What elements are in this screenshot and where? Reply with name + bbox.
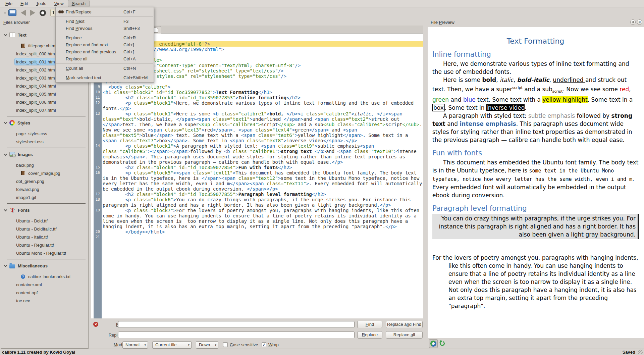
menubar-item-file[interactable]: File: [1, 0, 16, 7]
line-number: 11: [94, 95, 102, 100]
code-segment: followed by: [190, 149, 224, 154]
menu-item-mark-selected-text[interactable]: Mark selected textCtrl+Shift+M: [56, 74, 154, 81]
code-line-17[interactable]: 17 <h2 class="block4" id="id_Toc35907785…: [94, 192, 423, 197]
file-item-ubuntu-bold-ttf[interactable]: Ubuntu - Bold.ttf: [1, 217, 88, 225]
menubar-item-tools[interactable]: Tools: [32, 0, 50, 7]
code-segment: [154, 90, 156, 95]
menu-item-label: Count all: [66, 65, 83, 72]
line-number: 21: [94, 235, 102, 240]
menu-item-find-replace[interactable]: Find/ReplaceCtrl+F: [56, 8, 154, 15]
wrap-checkbox[interactable]: ✓: [262, 342, 266, 347]
code-line-9[interactable]: 9 <body class="calibre">: [94, 84, 423, 90]
mode-select[interactable]: Normal ▾: [122, 341, 148, 349]
file-item-calibre-bookmarks-txt[interactable]: ?calibre_bookmarks.txt: [1, 272, 88, 281]
code-segment: <body: [108, 84, 125, 90]
code-line-11[interactable]: 11 <h2 class="block4" id="id_Toc35907785…: [94, 95, 423, 100]
forward-arrow-icon[interactable]: [30, 10, 35, 16]
find-button[interactable]: Find: [357, 321, 382, 328]
code-segment: >: [173, 111, 176, 116]
preview-text-mono: some text in the Ubuntu Mono typeface, n…: [432, 168, 632, 182]
chevron-expanded-icon[interactable]: [4, 152, 7, 156]
code-line-13[interactable]: 13 <p class="block1">Here is some <b cla…: [94, 111, 423, 143]
section-header-misc[interactable]: Miscellaneous: [1, 262, 88, 270]
file-item-page-styles-css[interactable]: page_styles.css: [1, 130, 88, 138]
file-item-stylesheet-css[interactable]: stylesheet.css: [1, 138, 88, 146]
code-line-16[interactable]: 16 <p class="block5"><span class="text11…: [94, 170, 423, 192]
file-item-ubuntu-mono-regular-ttf[interactable]: Ubuntu Mono - Regular.ttf: [1, 249, 88, 257]
replace-button[interactable]: Replace: [357, 331, 382, 339]
donut-icon[interactable]: [40, 10, 46, 16]
file-item-label: Ubuntu - Bold.ttf: [16, 218, 48, 223]
file-item-image1-gif[interactable]: image1.gif: [1, 193, 88, 201]
case-sensitive-checkbox[interactable]: [223, 342, 228, 347]
close-find-icon[interactable]: ✕: [93, 322, 98, 327]
section-header-images[interactable]: Images: [1, 150, 88, 158]
file-item-cover-image-jpg[interactable]: cover_image.jpg: [1, 169, 88, 177]
menu-item-find-previous[interactable]: Find PreviousShift+F3: [56, 25, 154, 32]
file-item-back-png[interactable]: back.png: [1, 161, 88, 169]
code-segment: </i>: [377, 111, 388, 116]
menubar-item-view[interactable]: View: [50, 0, 68, 7]
code-line-10[interactable]: 10<h1 class="block3" id="id_Toc359077852…: [94, 90, 423, 95]
sync-preview-button[interactable]: [429, 339, 438, 348]
file-item-index-split-006-html[interactable]: index_split_006.html: [1, 98, 88, 106]
chevron-expanded-icon[interactable]: [4, 208, 7, 211]
code-line-21[interactable]: 21: [94, 235, 423, 240]
scope-select[interactable]: Current file ▾: [152, 341, 192, 349]
code-segment: italic,: [354, 111, 377, 116]
close-panel-icon[interactable]: ✕: [637, 19, 642, 25]
code-line-14[interactable]: 14 <p class="block1">A paragraph with st…: [94, 143, 423, 165]
replace-and-find-button[interactable]: Replace and Find: [386, 321, 423, 328]
chevron-expanded-icon[interactable]: [4, 33, 7, 36]
float-panel-icon[interactable]: [630, 19, 636, 25]
menu-item-replace-all[interactable]: Replace allCtrl+A: [56, 55, 154, 62]
book-icon[interactable]: [8, 9, 16, 16]
back-arrow-icon[interactable]: [21, 10, 26, 16]
section-header-styles[interactable]: Styles: [1, 119, 88, 127]
file-item-label: Ubuntu Mono - Regular.ttf: [16, 251, 66, 256]
find-input[interactable]: [118, 321, 355, 328]
file-item-index-split-005-html[interactable]: index_split_005.html: [1, 90, 88, 98]
menu-item-replace-and-find-next[interactable]: Replace and find nextCtrl+]: [56, 41, 154, 48]
resize-grip[interactable]: [638, 350, 643, 354]
menubar-item-search[interactable]: Search: [68, 0, 90, 7]
code-segment: >: [258, 122, 261, 127]
file-item-ubuntu-italic-ttf[interactable]: Ubuntu - Italic.ttf: [1, 233, 88, 241]
file-item-ubuntu-regular-ttf[interactable]: Ubuntu - Regular.ttf: [1, 241, 88, 249]
replace-input[interactable]: [118, 332, 355, 338]
code-segment: >: [235, 95, 238, 100]
code-line-18[interactable]: 18 <p class="block6">You can do crazy th…: [94, 197, 423, 208]
section-label: Styles: [17, 120, 30, 125]
code-line-19[interactable]: 19 <p class="block7">For the lovers of p…: [94, 208, 423, 229]
file-item-label: image1.gif: [16, 195, 36, 200]
chevron-expanded-icon[interactable]: [4, 121, 7, 124]
code-line-12[interactable]: 12 <p class="block1">Here, we demonstrat…: [94, 100, 423, 111]
code-segment: />: [295, 63, 301, 68]
code-line-20[interactable]: 20 </body></html>: [94, 229, 423, 235]
code-segment: Paragraph level formatting: [238, 192, 312, 197]
menu-item-count-all[interactable]: Count allCtrl+N: [56, 65, 154, 72]
file-item-toc-ncx[interactable]: toc.ncx: [1, 297, 88, 305]
file-item-container-xml[interactable]: container.xml: [1, 281, 88, 289]
file-item-dot-green-png[interactable]: dot_green.png: [1, 177, 88, 185]
direction-select[interactable]: Down ▾: [196, 341, 218, 349]
file-item-ubuntu-bolditalic-ttf[interactable]: Ubuntu - BoldItalic.ttf: [1, 225, 88, 233]
code-line-15[interactable]: 15 <h2 class="block4" id="id_Toc35907785…: [94, 165, 423, 170]
chevron-expanded-icon[interactable]: [4, 264, 7, 267]
menu-item-replace-and-find-previous[interactable]: Replace and find previousCtrl+[: [56, 48, 154, 55]
refresh-icon[interactable]: [439, 340, 445, 346]
menubar-item-edit[interactable]: Edit: [16, 0, 32, 7]
menu-item-label: Find Next: [66, 18, 85, 25]
file-item-label: index_split_007.html: [16, 108, 56, 113]
file-item-content-opf[interactable]: content.opf: [1, 289, 88, 297]
menu-item-find-next[interactable]: Find NextF3: [56, 18, 154, 25]
file-item-index-split-004-html[interactable]: index_split_004.html: [1, 82, 88, 90]
section-header-fonts[interactable]: TFonts: [1, 206, 88, 214]
replace-all-button[interactable]: Replace all: [386, 331, 423, 339]
menu-item-replace[interactable]: ReplaceCtrl+R: [56, 34, 154, 41]
file-item-forward-png[interactable]: forward.png: [1, 185, 88, 193]
menu-separator: [56, 33, 153, 33]
files-browser-title: Files Browser: [3, 20, 30, 25]
file-item-label: Ubuntu - BoldItalic.ttf: [16, 226, 57, 232]
file-item-index-split-007-html[interactable]: index_split_007.html: [1, 106, 88, 114]
